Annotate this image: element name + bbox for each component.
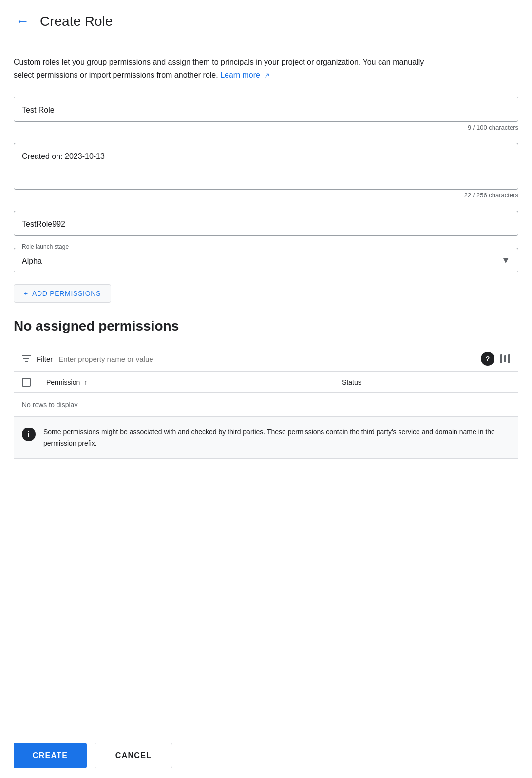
table-header-status: Status	[334, 372, 518, 393]
external-link-icon: ↗	[264, 70, 270, 80]
role-id-input[interactable]	[14, 211, 518, 235]
question-mark-icon: ?	[486, 355, 490, 363]
sort-up-icon[interactable]: ↑	[84, 378, 87, 386]
filter-label: Filter	[37, 355, 53, 363]
permission-column-label: Permission	[46, 378, 80, 386]
table-header-checkbox-cell	[14, 372, 39, 393]
status-column-label: Status	[342, 378, 361, 386]
back-arrow-icon: ←	[16, 14, 29, 29]
role-title-field-wrapper	[14, 97, 518, 122]
columns-icon[interactable]	[500, 354, 510, 363]
table-header-permission[interactable]: Permission ↑	[38, 372, 334, 393]
info-circle-icon: i	[22, 428, 36, 441]
col-bar-2	[504, 355, 506, 362]
info-box: i Some permissions might be associated w…	[14, 417, 518, 459]
page-description: Custom roles let you group permissions a…	[14, 56, 433, 81]
launch-stage-select[interactable]: Alpha Beta General Availability Disabled	[14, 248, 518, 272]
description-textarea[interactable]: Created on: 2023-10-13	[14, 143, 518, 187]
plus-icon: +	[24, 290, 28, 297]
table-header-row: Permission ↑ Status	[14, 372, 518, 393]
permissions-table: Permission ↑ Status No rows to display	[14, 371, 518, 417]
launch-stage-label: Role launch stage	[20, 243, 71, 250]
role-id-field-wrapper	[14, 211, 518, 236]
main-content: Custom roles let you group permissions a…	[0, 40, 532, 517]
filter-icon	[22, 355, 31, 363]
page-header: ← Create Role	[0, 0, 532, 40]
role-title-field-group: 9 / 100 characters	[14, 97, 518, 131]
add-permissions-button[interactable]: + ADD PERMISSIONS	[14, 284, 111, 303]
filter-input[interactable]	[58, 355, 475, 363]
table-empty-message: No rows to display	[14, 393, 518, 417]
role-title-char-count: 9 / 100 characters	[14, 124, 518, 131]
add-permissions-label: ADD PERMISSIONS	[32, 290, 101, 297]
role-id-field-group	[14, 211, 518, 236]
help-icon[interactable]: ?	[481, 352, 494, 366]
learn-more-link[interactable]: Learn more ↗	[220, 71, 270, 79]
col-bar-1	[500, 354, 502, 363]
launch-stage-dropdown-wrapper: Role launch stage Alpha Beta General Ava…	[14, 248, 518, 272]
launch-stage-group: Role launch stage Alpha Beta General Ava…	[14, 248, 518, 272]
create-button[interactable]: CREATE	[14, 743, 87, 768]
role-title-input[interactable]	[14, 97, 518, 121]
description-field-wrapper: Created on: 2023-10-13	[14, 143, 518, 190]
info-text: Some permissions might be associated wit…	[43, 427, 508, 448]
col-bar-3	[508, 354, 510, 363]
back-button[interactable]: ←	[14, 12, 31, 31]
page-title: Create Role	[40, 14, 113, 29]
filter-bar: Filter ?	[14, 346, 518, 371]
select-all-checkbox[interactable]	[22, 378, 31, 387]
table-empty-row: No rows to display	[14, 393, 518, 417]
cancel-button[interactable]: CANCEL	[95, 743, 172, 768]
description-field-group: Created on: 2023-10-13 22 / 256 characte…	[14, 143, 518, 199]
no-permissions-title: No assigned permissions	[14, 318, 518, 334]
footer: CREATE CANCEL	[0, 733, 532, 778]
description-char-count: 22 / 256 characters	[14, 192, 518, 199]
